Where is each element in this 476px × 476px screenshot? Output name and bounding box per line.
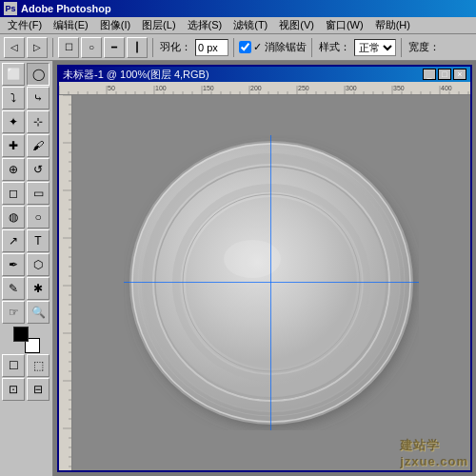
toolbar-row-btn[interactable]: ━ bbox=[104, 37, 125, 58]
menu-file[interactable]: 文件(F) bbox=[2, 17, 48, 33]
plate-svg bbox=[124, 135, 419, 430]
tool-screen-standard[interactable]: ⊡ bbox=[2, 378, 25, 401]
menu-edit[interactable]: 编辑(E) bbox=[48, 17, 94, 33]
tool-hand[interactable]: ☞ bbox=[2, 301, 25, 324]
tool-history-brush[interactable]: ↺ bbox=[27, 158, 50, 181]
plate-container bbox=[124, 135, 419, 430]
menu-window[interactable]: 窗口(W) bbox=[320, 17, 369, 33]
svg-point-105 bbox=[224, 240, 281, 278]
style-select[interactable]: 正常 bbox=[354, 39, 396, 56]
horizontal-ruler: 50100150200250300350400 bbox=[59, 82, 470, 95]
document-title: 未标器-1 @ 100%(图层 4,RGB) bbox=[63, 68, 209, 82]
doc-maximize-btn[interactable]: □ bbox=[438, 69, 451, 80]
tool-blur[interactable]: ◍ bbox=[2, 206, 25, 228]
tool-screen-full[interactable]: ⊟ bbox=[27, 378, 50, 401]
menu-help[interactable]: 帮助(H) bbox=[369, 17, 416, 33]
menu-image[interactable]: 图像(I) bbox=[94, 17, 136, 33]
toolbar-fwd-btn[interactable]: ▷ bbox=[27, 37, 48, 58]
document-title-bar: 未标器-1 @ 100%(图层 4,RGB) _ □ × bbox=[59, 67, 470, 82]
svg-text:50: 50 bbox=[108, 85, 115, 91]
svg-text:300: 300 bbox=[346, 85, 357, 91]
tool-marquee-ellipse[interactable]: ◯ bbox=[27, 63, 50, 86]
tool-path-select[interactable]: ↗ bbox=[2, 229, 25, 252]
tool-eyedropper[interactable]: ✱ bbox=[27, 277, 50, 300]
tool-notes[interactable]: ✎ bbox=[2, 277, 25, 300]
ruler-v-svg bbox=[59, 95, 72, 470]
left-toolbar: ⬜ ◯ ⤵ ⤷ ✦ ⊹ ✚ 🖌 ⊕ ↺ ◻ ▭ ◍ ○ ↗ T ✒ ⬡ ✎ ✱ … bbox=[0, 61, 53, 476]
svg-text:150: 150 bbox=[203, 85, 214, 91]
menu-layer[interactable]: 图层(L) bbox=[136, 17, 181, 33]
tool-clone[interactable]: ⊕ bbox=[2, 158, 25, 181]
main-area: ⬜ ◯ ⤵ ⤷ ✦ ⊹ ✚ 🖌 ⊕ ↺ ◻ ▭ ◍ ○ ↗ T ✒ ⬡ ✎ ✱ … bbox=[0, 61, 476, 476]
tool-crop[interactable]: ⊹ bbox=[27, 110, 50, 133]
tool-dodge[interactable]: ○ bbox=[27, 206, 50, 228]
antialias-label: ✓ 消除锯齿 bbox=[253, 40, 307, 54]
feather-label: 羽化： bbox=[160, 40, 191, 54]
tool-heal[interactable]: ✚ bbox=[2, 134, 25, 157]
menu-bar: 文件(F) 编辑(E) 图像(I) 图层(L) 选择(S) 滤镜(T) 视图(V… bbox=[0, 17, 476, 34]
canvas-inner[interactable] bbox=[72, 95, 470, 470]
tool-brush[interactable]: 🖌 bbox=[27, 134, 50, 157]
app-icon: Ps bbox=[4, 2, 17, 15]
svg-text:350: 350 bbox=[393, 85, 405, 91]
svg-point-104 bbox=[186, 197, 357, 368]
svg-text:200: 200 bbox=[250, 85, 262, 91]
foreground-color[interactable] bbox=[13, 327, 29, 342]
tool-lasso[interactable]: ⤵ bbox=[2, 87, 25, 109]
antialias-wrap: ✓ 消除锯齿 bbox=[239, 40, 307, 54]
tool-pen[interactable]: ✒ bbox=[2, 253, 25, 276]
toolbar-back-btn[interactable]: ◁ bbox=[4, 37, 25, 58]
tool-eraser[interactable]: ◻ bbox=[2, 182, 25, 205]
tool-shape[interactable]: ⬡ bbox=[27, 253, 50, 276]
toolbar-col-btn[interactable]: ┃ bbox=[127, 37, 148, 58]
app-icon-text: Ps bbox=[5, 4, 15, 13]
tool-magic-wand[interactable]: ✦ bbox=[2, 110, 25, 133]
app-title: Adobe Photoshop bbox=[21, 3, 111, 14]
ruler-h-svg: 50100150200250300350400 bbox=[59, 82, 470, 95]
width-label: 宽度： bbox=[408, 40, 440, 54]
tool-text[interactable]: T bbox=[27, 229, 50, 252]
options-toolbar: ◁ ▷ ☐ ○ ━ ┃ 羽化： ✓ 消除锯齿 样式： 正常 宽度： bbox=[0, 34, 476, 61]
svg-text:100: 100 bbox=[155, 85, 167, 91]
tool-quickmask-on[interactable]: ⬚ bbox=[27, 354, 50, 377]
menu-select[interactable]: 选择(S) bbox=[182, 17, 228, 33]
toolbar-sep2 bbox=[152, 38, 153, 57]
tool-marquee-rect[interactable]: ⬜ bbox=[2, 63, 25, 86]
toolbar-sep1 bbox=[52, 38, 53, 57]
tool-lasso-poly[interactable]: ⤷ bbox=[27, 87, 50, 109]
feather-input[interactable] bbox=[195, 39, 228, 56]
svg-text:250: 250 bbox=[298, 85, 309, 91]
doc-window-controls: _ □ × bbox=[423, 69, 466, 80]
title-bar: Ps Adobe Photoshop bbox=[0, 0, 476, 17]
toolbar-circle-btn[interactable]: ○ bbox=[81, 37, 102, 58]
svg-rect-53 bbox=[59, 95, 72, 470]
tool-zoom[interactable]: 🔍 bbox=[27, 301, 50, 324]
toolbar-sep5 bbox=[401, 38, 402, 57]
document-window: 未标器-1 @ 100%(图层 4,RGB) _ □ × 50100150200… bbox=[57, 65, 472, 472]
style-label: 样式： bbox=[319, 40, 350, 54]
toolbar-sep4 bbox=[311, 38, 312, 57]
doc-minimize-btn[interactable]: _ bbox=[423, 69, 436, 80]
toolbar-rect-btn[interactable]: ☐ bbox=[58, 37, 79, 58]
antialias-checkbox[interactable] bbox=[239, 41, 251, 53]
menu-view[interactable]: 视图(V) bbox=[273, 17, 320, 33]
doc-close-btn[interactable]: × bbox=[453, 69, 466, 80]
vertical-ruler bbox=[59, 95, 72, 470]
menu-filter[interactable]: 滤镜(T) bbox=[228, 17, 273, 33]
tool-quickmask-off[interactable]: ☐ bbox=[2, 354, 25, 377]
tool-gradient[interactable]: ▭ bbox=[27, 182, 50, 205]
svg-rect-0 bbox=[59, 82, 470, 95]
svg-text:400: 400 bbox=[441, 85, 452, 91]
toolbar-sep3 bbox=[233, 38, 234, 57]
color-boxes[interactable] bbox=[13, 327, 40, 353]
canvas-area: 未标器-1 @ 100%(图层 4,RGB) _ □ × 50100150200… bbox=[53, 61, 476, 476]
